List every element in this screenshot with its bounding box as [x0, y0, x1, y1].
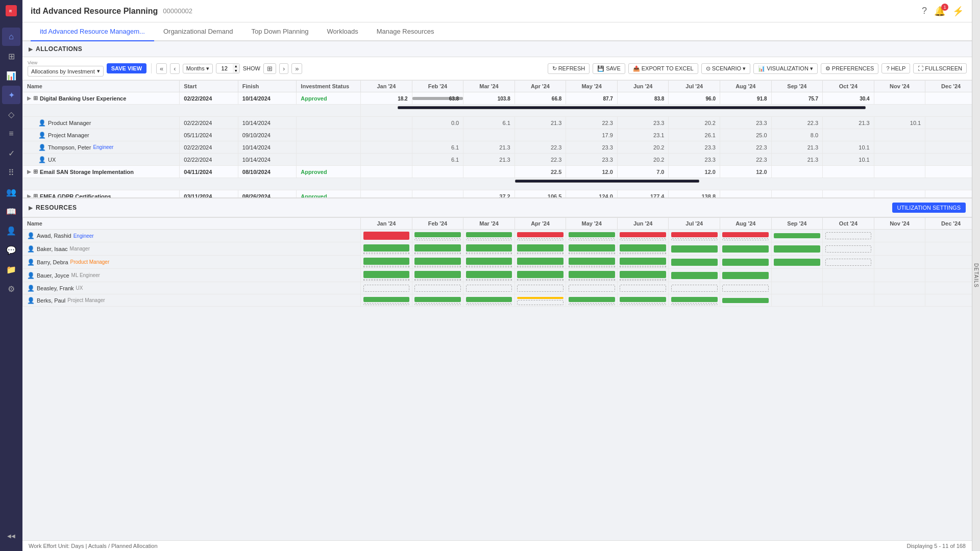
sidebar-item-chart[interactable]: 📊 — [2, 66, 20, 85]
col-feb-header: Feb '24 — [412, 81, 463, 92]
help-icon[interactable]: ? — [922, 6, 927, 16]
tab-top-down[interactable]: Top Down Planning — [242, 22, 318, 41]
chevron-down-icon2: ▾ — [206, 65, 209, 72]
period-count-spinner[interactable]: ▲ ▼ — [216, 63, 240, 73]
cell-apr: 22.3 — [514, 141, 566, 154]
cell-may: 17.9 — [566, 129, 618, 141]
save-view-button[interactable]: SAVE VIEW — [107, 63, 146, 73]
nav-next-button[interactable]: › — [279, 63, 288, 74]
export-button[interactable]: 📤 EXPORT TO EXCEL — [628, 63, 698, 74]
res-bar4-sep — [771, 269, 823, 282]
cell-start: 04/11/2024 — [180, 166, 238, 178]
details-panel-tab[interactable]: DETAILS — [972, 0, 980, 551]
tab-workloads[interactable]: Workloads — [318, 22, 368, 41]
sidebar-item-person[interactable]: 👤 — [2, 221, 20, 240]
res-bar-mar — [463, 230, 515, 242]
res-bar2-may — [566, 242, 618, 256]
idea-icon: ◇ — [8, 110, 14, 119]
row-name-text: Email SAN Storage Implementation — [40, 169, 134, 175]
utilization-settings-button[interactable]: UTILIZATION SETTINGS — [892, 203, 966, 213]
res-bar2-dec — [925, 242, 972, 256]
tab-advanced-resource[interactable]: itd Advanced Resource Managem... — [31, 22, 154, 41]
cell-jul: 23.3 — [669, 141, 720, 154]
res-bar5-sep — [771, 282, 823, 294]
cell-jan — [361, 166, 412, 178]
nav-first-button[interactable]: « — [156, 63, 167, 74]
sidebar-item-check[interactable]: ✓ — [2, 144, 20, 162]
row-name-text: Project Manager — [48, 132, 89, 138]
visualization-button[interactable]: 📊 VISUALIZATION ▾ — [753, 63, 818, 74]
spinner-up[interactable]: ▲ — [233, 64, 239, 68]
preferences-button[interactable]: ⚙ PREFERENCES — [821, 63, 879, 74]
res-bar-nov — [874, 230, 925, 242]
spinner-down[interactable]: ▼ — [233, 68, 239, 73]
col-start-header: Start — [180, 81, 238, 92]
res-bar-dec — [925, 230, 972, 242]
cell-oct: 21.3 — [823, 117, 874, 129]
page-title-text: itd Advanced Resource Planning — [31, 7, 158, 16]
cell-start: 05/11/2024 — [180, 129, 238, 141]
alloc-toggle[interactable]: ▶ — [29, 46, 33, 53]
sidebar-item-chat[interactable]: 💬 — [2, 241, 20, 259]
list-item: 👤 Beasley, Frank UX — [23, 282, 972, 294]
tab-manage-resources[interactable]: Manage Resources — [368, 22, 444, 41]
chart-icon: 📊 — [6, 71, 16, 81]
sidebar-item-grid[interactable]: ⊞ — [2, 47, 20, 65]
help-toolbar-button[interactable]: ? HELP — [881, 63, 910, 73]
sidebar-item-home[interactable]: ⌂ — [2, 28, 20, 46]
sidebar-item-collapse[interactable]: ◀◀ — [2, 527, 20, 545]
cell-jun: 177.4 — [617, 190, 669, 198]
col-status-header: Investment Status — [297, 81, 361, 92]
period-count-input[interactable] — [216, 65, 233, 71]
res-bar2-sep — [771, 242, 823, 256]
view-select[interactable]: Allocations by Investment ▾ — [28, 66, 104, 77]
period-select[interactable]: Months ▾ — [183, 64, 213, 73]
res-bar2-aug — [720, 242, 772, 256]
sidebar-item-book[interactable]: 📖 — [2, 202, 20, 220]
cell-sep: 8.0 — [771, 129, 823, 141]
sidebar-item-folder[interactable]: 📁 — [2, 260, 20, 279]
actuals-label: Actuals / Planned Allocation — [88, 543, 158, 549]
save-button[interactable]: 💾 SAVE — [593, 63, 625, 74]
sidebar-item-target[interactable]: ✦ — [2, 86, 20, 104]
fullscreen-button[interactable]: ⛶ FULLSCREEN — [913, 63, 967, 73]
res-bar3-mar — [463, 256, 515, 269]
lightning-icon[interactable]: ⚡ — [952, 6, 964, 17]
res-bar2-jun — [617, 242, 669, 256]
expand-icon2[interactable]: ▶ — [27, 169, 31, 174]
home-icon: ⌂ — [9, 32, 14, 41]
sep1 — [151, 63, 152, 73]
res-bar5-oct — [823, 282, 874, 294]
sidebar-item-idea[interactable]: ◇ — [2, 105, 20, 123]
cell-jul: 96.0 — [706, 96, 716, 102]
res-bar6-jun — [617, 294, 669, 307]
sidebar-item-users[interactable]: 👥 — [2, 183, 20, 201]
resources-table: Name Jan '24 Feb '24 Mar '24 Apr '24 May… — [22, 217, 972, 307]
res-name-text4: Bauer, Joyce — [37, 272, 69, 279]
resources-toggle[interactable]: ▶ — [29, 205, 33, 211]
bell-icon[interactable]: 🔔1 — [934, 6, 945, 17]
res-bar4-aug — [720, 269, 772, 282]
show-icon-btn[interactable]: ⊞ — [263, 63, 276, 74]
cell-apr: 21.3 — [514, 117, 566, 129]
gantt-bar-cell — [361, 105, 972, 117]
chevron-down-icon3: ▾ — [743, 65, 746, 72]
nav-last-button[interactable]: » — [291, 63, 302, 74]
tab-org-demand[interactable]: Organizational Demand — [154, 22, 242, 41]
nav-prev-button[interactable]: ‹ — [170, 63, 179, 74]
refresh-button[interactable]: ↻ REFRESH — [548, 63, 590, 74]
cell-oct: 10.1 — [823, 141, 874, 154]
sidebar-item-list[interactable]: ≡ — [2, 124, 20, 143]
sidebar-item-settings[interactable]: ⚙ — [2, 280, 20, 298]
scenario-button[interactable]: ⊙ SCENARIO ▾ — [701, 63, 750, 74]
res-bar4-dec — [925, 269, 972, 282]
expand-icon[interactable]: ▶ — [27, 95, 31, 101]
expand-icon3[interactable]: ▶ — [27, 193, 31, 197]
cell-may: 124.0 — [566, 190, 618, 198]
res-col-jun: Jun '24 — [617, 218, 669, 230]
res-name-text2: Baker, Isaac — [37, 246, 68, 252]
alloc-title: ALLOCATIONS — [36, 45, 82, 53]
sidebar-item-dots[interactable]: ⠿ — [2, 163, 20, 182]
cell-jan: 18.2 — [398, 96, 407, 102]
person-icon4: 👤 — [38, 156, 46, 163]
